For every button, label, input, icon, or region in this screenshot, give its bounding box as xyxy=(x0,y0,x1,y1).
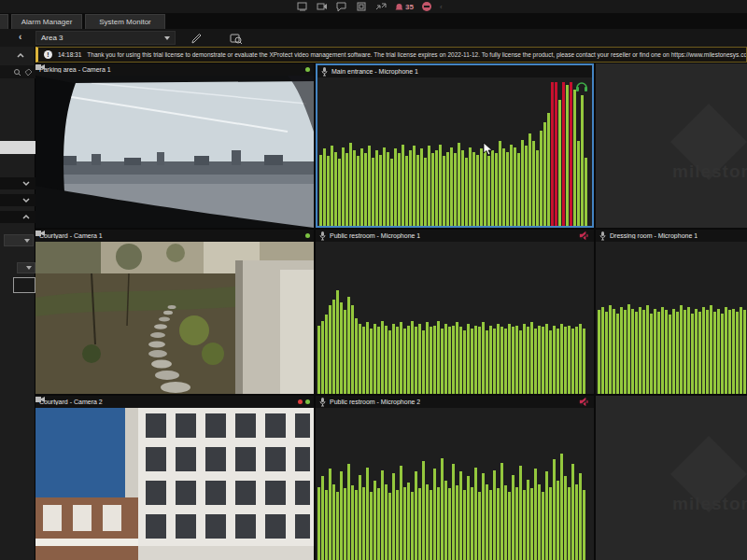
microphone-icon xyxy=(319,398,326,407)
mouse-cursor xyxy=(483,142,493,157)
chevron-down-icon xyxy=(164,36,170,40)
chevron-down-icon xyxy=(24,239,30,243)
camera-icon xyxy=(35,396,314,408)
view-selector[interactable]: Area 3 xyxy=(35,31,176,45)
search-icon[interactable] xyxy=(13,68,21,77)
screen-layout-icon[interactable] xyxy=(297,2,308,11)
microphone-icon xyxy=(321,67,328,77)
camera-video[interactable] xyxy=(35,242,314,394)
do-not-disturb-icon[interactable] xyxy=(422,2,431,11)
panel-courtyard-camera-1[interactable]: Courtyard - Camera 1 xyxy=(35,230,314,394)
alarm-bell-icon xyxy=(395,3,403,11)
microphone-icon xyxy=(319,231,326,241)
tag-icon[interactable] xyxy=(24,68,33,77)
sidebar-section-3[interactable] xyxy=(0,211,35,223)
collapse-chevron-icon[interactable]: ‹ xyxy=(440,3,443,11)
tab-bar: Alarm Manager System Monitor xyxy=(0,13,747,29)
view-selector-label: Area 3 xyxy=(41,34,63,42)
camera-icon xyxy=(35,63,314,76)
export-icon[interactable] xyxy=(375,2,387,11)
sidebar-search-row xyxy=(0,65,35,78)
tab-alarm-manager[interactable]: Alarm Manager xyxy=(11,14,82,29)
setup-pen-icon[interactable] xyxy=(190,32,204,44)
audio-meter[interactable] xyxy=(316,242,594,394)
panel-title: Main entrance - Microphone 1 xyxy=(331,68,418,75)
panel-title: Public restroom - Microphone 1 xyxy=(330,232,420,239)
top-strip: 35 ‹ xyxy=(0,0,747,13)
chevron-up-icon xyxy=(22,214,30,221)
search-views-icon[interactable] xyxy=(230,32,243,44)
sidebar-dropdown-2[interactable] xyxy=(17,262,35,273)
collapse-up-icon[interactable] xyxy=(17,52,24,60)
camera-video[interactable] xyxy=(35,76,314,228)
alarm-count: 35 xyxy=(405,3,414,11)
panel-title-bar: Public restroom - Microphone 1 xyxy=(316,230,594,242)
panel-title-bar: Parking area - Camera 1 xyxy=(35,63,314,76)
notification-time: 14:18:31 xyxy=(58,51,81,58)
chevron-down-icon xyxy=(26,266,32,270)
panel-main-entrance-mic-1[interactable]: Main entrance - Microphone 1 xyxy=(316,63,594,228)
trial-license-notification[interactable]: ! 14:18:31 Thank you for using this tria… xyxy=(35,47,747,63)
left-sidebar xyxy=(0,47,35,560)
audio-meter[interactable] xyxy=(316,408,594,560)
tab-system-monitor[interactable]: System Monitor xyxy=(85,14,165,29)
xprotect-smart-client: 35 ‹ Alarm Manager System Monitor ‹ Area… xyxy=(0,0,747,560)
sidebar-button-fragment[interactable] xyxy=(0,141,35,154)
panel-empty-1[interactable]: milestone xyxy=(596,63,747,228)
top-toolbar-icons: 35 ‹ xyxy=(297,1,443,12)
panel-title: Public restroom - Microphone 2 xyxy=(330,399,420,405)
panel-public-restroom-mic-1[interactable]: Public restroom - Microphone 1 xyxy=(316,230,594,394)
audio-meter[interactable] xyxy=(317,77,592,226)
audio-muted-icon xyxy=(578,230,590,242)
audio-waveform xyxy=(317,408,594,560)
audio-waveform xyxy=(319,77,592,226)
audio-waveform xyxy=(598,242,747,394)
back-chevron-icon[interactable]: ‹ xyxy=(19,32,28,43)
info-icon: ! xyxy=(44,50,52,59)
panel-empty-2[interactable]: milestone xyxy=(596,396,747,560)
milestone-text-watermark: milestone xyxy=(672,494,747,514)
alarm-count-badge[interactable]: 35 xyxy=(395,3,414,11)
view-toolbar: ‹ Area 3 xyxy=(0,29,747,47)
window-icon[interactable] xyxy=(356,2,367,11)
tab-partial[interactable] xyxy=(0,14,8,29)
audio-meter[interactable] xyxy=(596,242,747,394)
sidebar-section-2[interactable] xyxy=(0,194,35,206)
sidebar-input-fragment[interactable] xyxy=(13,277,35,293)
chevron-down-icon xyxy=(22,197,30,204)
panel-title-bar: Dressing room - Microphone 1 xyxy=(596,230,747,242)
panel-title-bar: Courtyard - Camera 1 xyxy=(35,230,314,242)
tab-system-monitor-label: System Monitor xyxy=(99,18,151,26)
sidebar-section-1[interactable] xyxy=(0,177,35,189)
camera-video[interactable] xyxy=(35,408,314,560)
chevron-down-icon xyxy=(22,180,30,188)
panel-parking-camera-1[interactable]: Parking area - Camera 1 xyxy=(35,63,314,228)
panel-title: Dressing room - Microphone 1 xyxy=(610,232,698,239)
feedback-icon[interactable] xyxy=(336,2,347,11)
audio-waveform xyxy=(317,242,594,394)
panel-public-restroom-mic-2[interactable]: Public restroom - Microphone 2 xyxy=(316,396,594,560)
tab-alarm-manager-label: Alarm Manager xyxy=(21,18,73,26)
camera-icon[interactable] xyxy=(317,2,328,11)
audio-muted-icon xyxy=(578,396,590,408)
panel-dressing-room-mic-1[interactable]: Dressing room - Microphone 1 xyxy=(596,230,747,394)
milestone-text-watermark: milestone xyxy=(672,161,747,182)
sidebar-dropdown-1[interactable] xyxy=(4,234,34,246)
panel-courtyard-camera-2[interactable]: Courtyard - Camera 2 xyxy=(35,396,314,560)
camera-icon xyxy=(35,230,314,242)
panel-title-bar: Main entrance - Microphone 1 xyxy=(317,65,592,77)
panel-title-bar: Public restroom - Microphone 2 xyxy=(316,396,594,408)
headphones-icon xyxy=(575,79,588,92)
microphone-icon xyxy=(599,231,606,241)
notification-message: Thank you for using this trial license t… xyxy=(87,51,747,58)
panel-title-bar: Courtyard - Camera 2 xyxy=(35,396,314,408)
